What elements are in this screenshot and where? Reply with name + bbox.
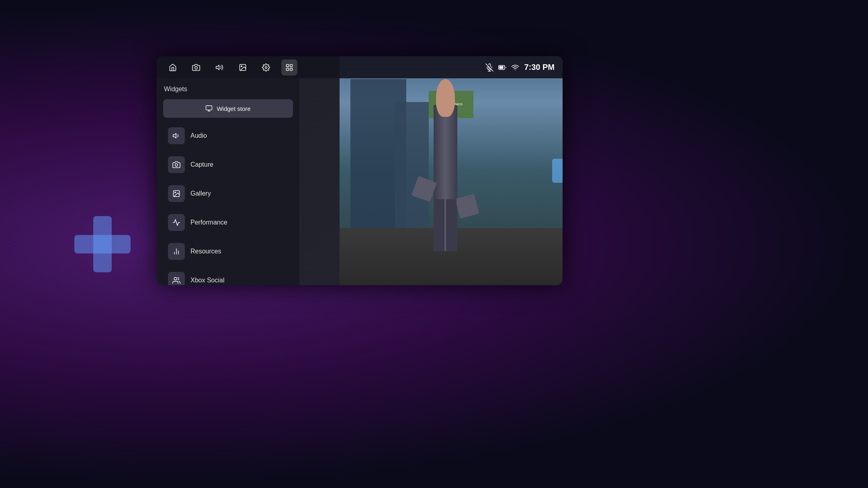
- top-nav: 7:30 PM: [157, 56, 563, 78]
- gallery-widget-icon: [168, 185, 185, 202]
- resources-widget-label: Resources: [190, 248, 221, 255]
- audio-icon: [215, 63, 223, 71]
- device-frame: ELECTRONICS: [157, 56, 563, 285]
- svg-rect-5: [287, 64, 289, 67]
- xbox-social-widget-icon: [168, 272, 185, 285]
- xbox-social-widget-label: Xbox Social: [190, 277, 225, 284]
- svg-point-22: [175, 192, 176, 193]
- audio-widget-icon: [168, 127, 185, 144]
- widget-item-xbox-social[interactable]: Xbox Social: [163, 268, 293, 285]
- svg-rect-7: [287, 68, 289, 70]
- wifi-icon: [511, 63, 519, 71]
- game-scene: ELECTRONICS: [340, 56, 563, 285]
- scroll-indicator: [552, 159, 563, 183]
- performance-widget-icon: [168, 214, 185, 231]
- svg-rect-14: [500, 66, 504, 69]
- nav-home-button[interactable]: [165, 59, 181, 76]
- home-icon: [169, 63, 177, 71]
- svg-rect-16: [206, 106, 212, 110]
- widgets-panel-title: Widgets: [163, 86, 293, 93]
- battery-icon: [498, 63, 506, 71]
- nav-capture-button[interactable]: [188, 59, 204, 76]
- nav-widgets-button[interactable]: [281, 59, 297, 76]
- nav-audio-button[interactable]: [211, 59, 227, 76]
- svg-point-26: [174, 278, 177, 280]
- camera-icon: [192, 63, 200, 71]
- nav-icons: [165, 59, 297, 76]
- widget-item-gallery[interactable]: Gallery: [163, 181, 293, 206]
- grid-icon: [285, 63, 293, 71]
- nav-gallery-button[interactable]: [235, 59, 251, 76]
- capture-widget-label: Capture: [190, 161, 213, 168]
- widget-store-label: Widget store: [217, 105, 250, 112]
- widget-item-performance[interactable]: Performance: [163, 210, 293, 235]
- svg-point-0: [195, 66, 198, 69]
- time-display: 7:30 PM: [524, 63, 555, 72]
- svg-point-4: [265, 66, 267, 68]
- settings-icon: [262, 63, 270, 71]
- svg-rect-8: [290, 68, 293, 70]
- svg-point-20: [175, 164, 178, 167]
- capture-widget-icon: [168, 156, 185, 173]
- widget-store-button[interactable]: Widget store: [163, 99, 293, 118]
- widget-item-resources[interactable]: Resources: [163, 239, 293, 264]
- widget-item-audio[interactable]: Audio: [163, 123, 293, 148]
- status-bar: 7:30 PM: [485, 63, 555, 72]
- svg-rect-6: [290, 64, 293, 67]
- resources-widget-icon: [168, 243, 185, 260]
- store-icon: [205, 105, 213, 112]
- performance-widget-label: Performance: [190, 219, 227, 226]
- cross-decoration: [74, 216, 131, 272]
- widget-item-capture[interactable]: Capture: [163, 152, 293, 177]
- svg-point-3: [241, 65, 242, 67]
- gallery-icon: [239, 63, 247, 71]
- svg-marker-1: [216, 65, 219, 70]
- audio-widget-label: Audio: [190, 132, 207, 139]
- mic-off-icon: [485, 63, 493, 71]
- svg-marker-19: [173, 133, 176, 138]
- widgets-panel: Widgets Widget store Audio: [157, 78, 299, 285]
- gallery-widget-label: Gallery: [190, 190, 211, 197]
- nav-settings-button[interactable]: [258, 59, 274, 76]
